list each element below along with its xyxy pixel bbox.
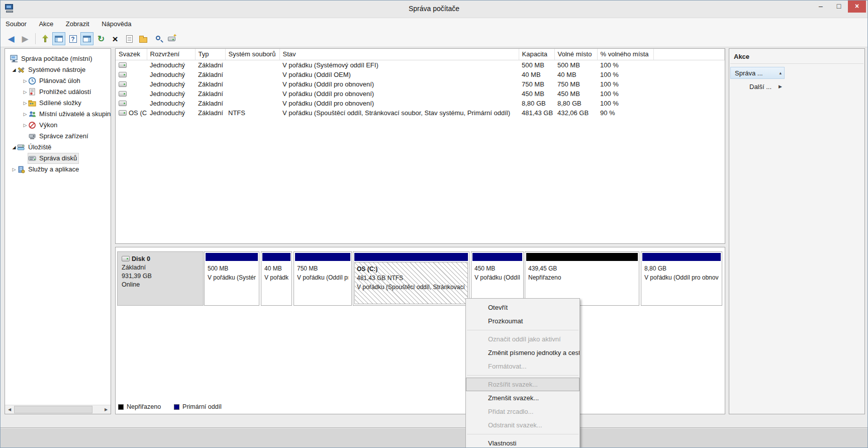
tree-expander-expanded-icon[interactable]: ◢ (11, 142, 17, 153)
back-button[interactable]: ◀ (5, 32, 18, 45)
volume-row[interactable]: JednoduchýZákladní V pořádku (Oddíl pro … (116, 89, 725, 99)
find-button[interactable] (151, 32, 164, 45)
volume-row-os-c[interactable]: OS (C:) JednoduchýZákladní NTFSV pořádku… (116, 108, 725, 118)
disk-size: 931,39 GB (122, 272, 199, 281)
menu-help[interactable]: Nápověda (97, 18, 136, 30)
tree-item-services-applications[interactable]: ▷ Služby a aplikace (5, 164, 111, 175)
tree-expander-collapsed-icon[interactable]: ▷ (22, 98, 28, 109)
scroll-right-icon[interactable]: ▶ (102, 405, 111, 414)
tree-expander-collapsed-icon[interactable]: ▷ (22, 120, 28, 131)
submenu-arrow-icon: ▶ (779, 84, 782, 89)
actions-group-header[interactable]: Správa ... ▴ (730, 67, 785, 79)
disk-status: Online (122, 281, 199, 289)
disk0-header[interactable]: Disk 0 Základní 931,39 GB Online (117, 251, 204, 306)
menu-view[interactable]: Zobrazit (61, 18, 94, 30)
scroll-left-icon[interactable]: ◀ (5, 405, 14, 414)
disk-settings-icon (168, 37, 175, 41)
col-header-volne-misto[interactable]: Volné místo (554, 49, 597, 60)
computer-icon (10, 55, 19, 63)
tree-item-system-tools[interactable]: ◢ Systémové nástroje (5, 64, 111, 75)
services-icon (17, 165, 26, 173)
partition-color-bar (295, 253, 350, 261)
partition-color-bar (526, 253, 638, 261)
tree-expander-collapsed-icon[interactable]: ▷ (22, 75, 28, 86)
menu-file[interactable]: Soubor (1, 18, 32, 30)
partition-recovery-2[interactable]: 450 MBV pořádku (Oddíl pro obnovení) (471, 251, 524, 306)
users-icon (28, 110, 37, 118)
delete-button[interactable]: × (109, 32, 122, 45)
col-header-svazek[interactable]: Svazek (116, 49, 147, 60)
menu-item-change-drive-letter[interactable]: Změnit písmeno jednotky a cestu... (466, 346, 580, 360)
search-icon (156, 36, 160, 40)
col-header-stav[interactable]: Stav (279, 49, 519, 60)
menu-item-properties[interactable]: Vlastnosti (466, 436, 580, 448)
show-console-tree-button[interactable] (52, 32, 65, 45)
refresh-button[interactable]: ↻ (94, 32, 108, 45)
primary-legend-label: Primární oddíl (182, 403, 222, 410)
partition-efi[interactable]: 500 MBV pořádku (Systémový oddíl EFI) (204, 251, 259, 306)
titlebar: Správa počítače – □ × (1, 1, 867, 18)
partition-recovery-3[interactable]: 8,80 GBV pořádku (Oddíl pro obnovení) (641, 251, 722, 306)
menu-separator (467, 434, 578, 434)
tree-item-event-viewer[interactable]: ▷ Prohlížeč událostí (5, 86, 111, 98)
col-header-kapacita[interactable]: Kapacita (519, 49, 554, 60)
tree-item-performance[interactable]: ▷ Výkon (5, 120, 111, 131)
tree-expander-collapsed-icon[interactable]: ▷ (22, 109, 28, 120)
volume-icon (119, 110, 127, 116)
partition-os-c[interactable]: OS (C:)481,43 GB NTFSV pořádku (Spouštěc… (353, 251, 469, 306)
tools-icon (17, 66, 26, 74)
partition-unallocated[interactable]: 439,45 GBNepřiřazeno (525, 251, 639, 306)
col-header-typ[interactable]: Typ (195, 49, 225, 60)
partition-recovery-1[interactable]: 750 MBV pořádku (Oddíl pro obnovení) (294, 251, 352, 306)
tree-item-disk-management[interactable]: Správa disků (5, 153, 111, 164)
menu-item-open[interactable]: Otevřít (466, 301, 580, 314)
volume-icon (119, 62, 127, 68)
volume-row[interactable]: JednoduchýZákladní V pořádku (Oddíl pro … (116, 99, 725, 108)
volume-row[interactable]: JednoduchýZákladní V pořádku (Oddíl OEM)… (116, 70, 725, 79)
tree-item-task-scheduler[interactable]: ▷ Plánovač úloh (5, 75, 111, 86)
tree-item-computer-management[interactable]: Správa počítače (místní) (5, 53, 111, 64)
menu-action[interactable]: Akce (34, 18, 58, 30)
menu-item-format: Formátovat... (466, 360, 580, 373)
console-tree-icon (55, 36, 63, 42)
more-actions-item[interactable]: Další ... ▶ (730, 81, 785, 92)
col-header-system-souboru[interactable]: Systém souborů (225, 49, 279, 60)
minimize-button[interactable]: – (812, 1, 830, 13)
volume-row[interactable]: JednoduchýZákladní V pořádku (Oddíl pro … (116, 79, 725, 89)
col-header-pct-volneho-mista[interactable]: % volného místa (597, 49, 653, 60)
col-header-rozvrzeni[interactable]: Rozvržení (147, 49, 195, 60)
open-button[interactable] (137, 32, 150, 45)
menu-item-add-mirror: Přidat zrcadlo... (466, 405, 580, 418)
partition-color-bar (642, 253, 721, 261)
background-strip (1, 428, 867, 448)
actions-title: Akce (729, 49, 864, 63)
properties-icon (126, 35, 133, 43)
close-button[interactable]: × (848, 1, 866, 13)
volume-row[interactable]: JednoduchýZákladní V pořádku (Systémový … (116, 60, 725, 70)
scrollbar-thumb[interactable] (14, 406, 92, 413)
primary-legend-swatch (174, 404, 179, 410)
menu-item-explore[interactable]: Prozkoumat (466, 314, 580, 328)
tree-item-storage[interactable]: ◢ Úložiště (5, 142, 111, 153)
tree-horizontal-scrollbar[interactable]: ◀ ▶ (5, 405, 111, 414)
tree-item-device-manager[interactable]: Správce zařízení (5, 131, 111, 142)
maximize-button[interactable]: □ (830, 1, 848, 13)
collapse-up-icon[interactable]: ▴ (779, 70, 782, 75)
volume-icon (119, 101, 127, 106)
partition-oem[interactable]: 40 MBV pořádku (Oddíl OEM) (261, 251, 292, 306)
forward-button[interactable]: ▶ (19, 32, 32, 45)
partition-color-bar (354, 253, 468, 261)
tree-item-shared-folders[interactable]: ▷ Sdílené složky (5, 98, 111, 109)
help-button[interactable]: ? (66, 32, 79, 45)
actions-pane: Akce Správa ... ▴ Další ... ▶ (729, 48, 865, 414)
tree-expander-collapsed-icon[interactable]: ▷ (11, 164, 17, 175)
properties-button[interactable] (123, 32, 136, 45)
tree-item-local-users-groups[interactable]: ▷ Místní uživatelé a skupiny (5, 109, 111, 120)
up-one-level-button[interactable] (38, 32, 51, 45)
show-action-pane-button[interactable] (80, 32, 93, 45)
menu-item-shrink-volume[interactable]: Zmenšit svazek... (466, 391, 580, 405)
tree-expander-expanded-icon[interactable]: ◢ (11, 64, 17, 75)
tree-expander-collapsed-icon[interactable]: ▷ (22, 86, 28, 98)
window-lower-area (1, 414, 867, 428)
disk-settings-button[interactable] (165, 32, 178, 45)
